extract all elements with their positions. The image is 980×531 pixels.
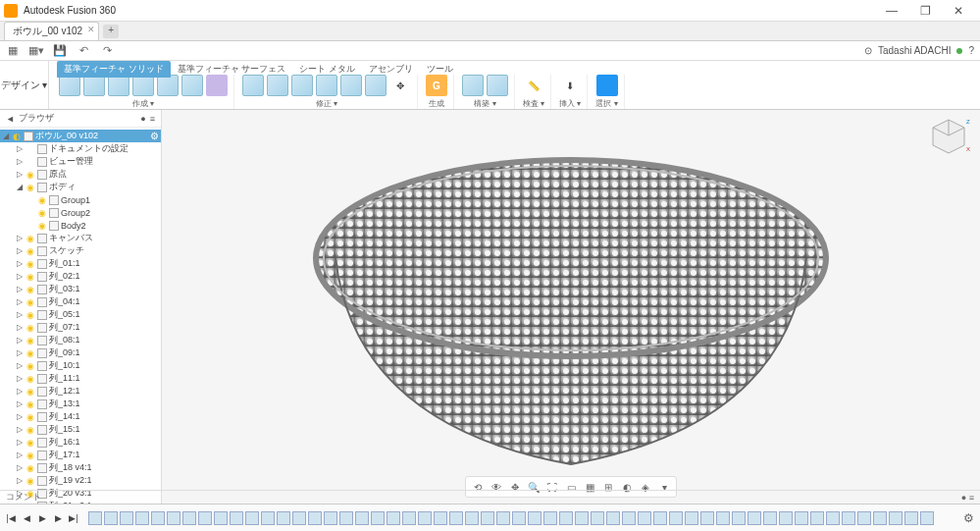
expand-icon[interactable]: ▷ [16,348,24,357]
timeline-feature[interactable] [167,511,181,525]
chamfer-icon[interactable] [291,75,313,96]
timeline-feature[interactable] [104,511,118,525]
timeline-feature[interactable] [496,511,510,525]
timeline-feature[interactable] [763,511,777,525]
visibility-icon[interactable]: ◉ [26,183,35,192]
tree-row[interactable]: ▷◉列_02:1 [0,270,161,283]
expand-icon[interactable]: ▷ [16,234,24,242]
visibility-icon[interactable]: ◉ [26,246,35,256]
timeline-feature[interactable] [120,511,133,525]
sketch-icon[interactable] [59,75,80,96]
timeline-feature[interactable] [575,511,589,525]
assemble-icon[interactable]: G [426,75,447,96]
browser-menu-icon[interactable]: ≡ [150,114,155,124]
tree-row[interactable]: ▷◉列_12:1 [0,385,161,398]
undo-button[interactable]: ↶ [77,44,90,58]
ribbon-tab-solid[interactable]: 基準フィーチャ ソリッド [57,61,171,78]
visibility-icon[interactable]: ◉ [26,259,35,269]
tree-row[interactable]: ◢◉ボディ [0,181,161,193]
timeline-play-button[interactable]: ▶ [35,511,49,525]
timeline-feature[interactable] [135,511,149,525]
timeline-feature[interactable] [387,511,400,525]
expand-icon[interactable]: ▷ [16,399,24,408]
timeline-feature[interactable] [543,511,557,525]
expand-icon[interactable]: ▷ [16,157,24,166]
timeline-feature[interactable] [857,511,871,525]
timeline-feature[interactable] [402,511,416,525]
tree-root[interactable]: ◢◐ ボウル_00 v102 ⚙ [0,130,161,142]
tree-row[interactable]: ▷◉列_17:1 [0,449,161,461]
view-cube[interactable]: ZX [927,116,970,159]
timeline-feature[interactable] [653,511,667,525]
visibility-icon[interactable]: ◉ [26,374,35,384]
revolve-icon[interactable] [108,75,129,96]
visibility-icon[interactable] [26,157,35,167]
extensions-icon[interactable]: ⊙ [864,45,872,56]
data-panel-button[interactable]: ▦ [6,44,20,58]
timeline-feature[interactable] [88,511,102,525]
loft-icon[interactable] [157,75,179,96]
tree-row[interactable]: ▷◉列_03:1 [0,283,161,295]
visibility-icon[interactable]: ◉ [37,208,47,218]
visibility-icon[interactable]: ◉ [26,297,35,307]
expand-icon[interactable]: ▷ [16,170,24,179]
visibility-icon[interactable]: ◉ [26,387,35,397]
visibility-icon[interactable]: ◉ [26,234,35,243]
save-button[interactable]: 💾 [53,44,67,58]
timeline-feature[interactable] [842,511,855,525]
tree-row[interactable]: ◉Group1 [0,193,161,206]
timeline-feature[interactable] [277,511,290,525]
visibility-icon[interactable]: ◉ [26,438,35,448]
tree-row[interactable]: ▷ドキュメントの設定 [0,142,161,155]
visibility-icon[interactable]: ◉ [26,272,35,282]
visibility-icon[interactable]: ◉ [26,412,35,422]
expand-icon[interactable]: ▷ [16,297,24,306]
expand-icon[interactable]: ▷ [16,451,24,459]
timeline-feature[interactable] [449,511,463,525]
timeline-feature[interactable] [622,511,636,525]
maximize-button[interactable]: ❐ [915,1,935,21]
expand-icon[interactable]: ▷ [16,412,24,421]
tree-row[interactable]: ▷◉列_11:1 [0,372,161,385]
combine-icon[interactable] [365,75,387,96]
timeline-feature[interactable] [292,511,306,525]
expand-icon[interactable]: ▷ [16,463,24,472]
visibility-icon[interactable]: ◉ [26,361,35,371]
root-options-icon[interactable]: ⚙ [150,131,159,141]
timeline-settings-icon[interactable]: ⚙ [960,510,976,526]
visibility-icon[interactable]: ◉ [26,336,35,345]
expand-icon[interactable]: ▷ [16,476,24,485]
help-button[interactable]: ? [968,45,974,56]
visibility-icon[interactable]: ◉ [26,451,35,460]
tree-row[interactable]: ◉Group2 [0,206,161,219]
user-name[interactable]: Tadashi ADACHI [878,45,951,56]
timeline-feature[interactable] [606,511,620,525]
timeline-feature[interactable] [591,511,604,525]
expand-icon[interactable]: ▷ [16,361,24,370]
timeline-feature[interactable] [339,511,353,525]
axis-icon[interactable] [487,75,508,96]
ribbon-tab-tools[interactable]: ツール [420,61,460,78]
expand-icon[interactable]: ▷ [16,259,24,268]
timeline-feature[interactable] [355,511,369,525]
form-icon[interactable] [206,75,228,96]
timeline-fwd-button[interactable]: ▶ [51,511,65,525]
visibility-icon[interactable]: ◉ [26,310,35,320]
timeline-feature[interactable] [810,511,824,525]
timeline-feature[interactable] [434,511,447,525]
file-menu-button[interactable]: ▦▾ [29,44,43,58]
tree-row[interactable]: ▷◉列_04:1 [0,295,161,308]
timeline-feature[interactable] [889,511,903,525]
visibility-icon[interactable]: ◉ [26,323,35,333]
expand-icon[interactable]: ▷ [16,374,24,383]
tree-row[interactable]: ▷◉列_10:1 [0,359,161,372]
timeline-feature[interactable] [559,511,573,525]
expand-icon[interactable]: ▷ [16,144,24,153]
visibility-icon[interactable]: ◉ [37,195,47,205]
timeline-track[interactable] [82,511,958,525]
select-icon[interactable] [596,75,618,96]
timeline-feature[interactable] [700,511,714,525]
insert-icon[interactable]: ⬇ [559,75,581,96]
measure-icon[interactable]: 📏 [523,75,544,96]
timeline-feature[interactable] [669,511,683,525]
